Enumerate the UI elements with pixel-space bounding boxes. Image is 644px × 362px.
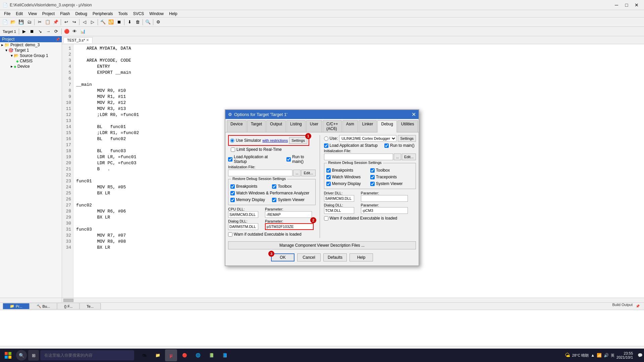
dialog-tab-user[interactable]: User — [306, 120, 322, 132]
stop-build-button[interactable]: ⏹ — [115, 18, 123, 26]
init-browse-right-button[interactable]: ... — [394, 154, 401, 160]
use-settings-button[interactable]: Settings — [398, 135, 416, 142]
init-edit-left-button[interactable]: Edit... — [301, 170, 315, 176]
dialog-tab-linker[interactable]: Linker — [359, 120, 377, 132]
menu-help[interactable]: Help — [166, 11, 180, 17]
sidebar-source-group[interactable]: ▾ 📂 Source Group 1 — [0, 53, 62, 58]
defaults-button[interactable]: Defaults — [323, 253, 347, 261]
menu-peripherals[interactable]: Peripherals — [90, 11, 116, 17]
breakpoints-right-cb[interactable] — [326, 168, 331, 173]
memory-button[interactable]: 📊 — [79, 28, 87, 35]
driver-param-input[interactable] — [361, 195, 408, 202]
menu-tools[interactable]: Tools — [116, 11, 130, 17]
debug-step-over-button[interactable]: → — [45, 28, 52, 35]
dialog-tab-output[interactable]: Output — [266, 120, 286, 132]
menu-window[interactable]: Window — [147, 11, 166, 17]
dialog-dll-left-input[interactable] — [228, 223, 258, 230]
cancel-button[interactable]: Cancel — [297, 253, 321, 261]
tracepoints-right-cb[interactable] — [370, 175, 375, 179]
download-button[interactable]: ⬇ — [126, 18, 133, 26]
minimize-button[interactable]: ─ — [612, 1, 621, 9]
wifi-icon[interactable]: ▲ — [591, 353, 595, 358]
watch-windows-left-cb[interactable] — [230, 191, 235, 195]
use-dropdown[interactable]: ULINK2/ME Cortex Debugger — [339, 135, 396, 142]
system-viewer-left-cb[interactable] — [272, 198, 276, 202]
dialog-tab-asm[interactable]: Asm — [342, 120, 358, 132]
dialog-close-button[interactable]: ✕ — [412, 111, 416, 118]
copy-button[interactable]: 📋 — [44, 18, 51, 26]
taskbar-search-input[interactable] — [40, 350, 134, 360]
save-button[interactable]: 💾 — [17, 18, 25, 26]
dialog-tab-device[interactable]: Device — [227, 120, 247, 132]
simulator-settings-button[interactable]: Settings — [289, 137, 307, 144]
menu-view[interactable]: View — [25, 11, 40, 17]
undo-button[interactable]: ↩ — [62, 18, 70, 26]
run-to-main-right-cb[interactable] — [384, 143, 389, 148]
paste-button[interactable]: 📌 — [52, 18, 59, 26]
dialog-param-right-input[interactable] — [361, 207, 408, 214]
dialog-tab-listing[interactable]: Listing — [286, 120, 306, 132]
cut-button[interactable]: ✂ — [36, 18, 43, 26]
language-label[interactable]: 英 — [611, 353, 614, 358]
taskbar-app-edge[interactable]: 🌐 — [192, 349, 204, 361]
start-button[interactable] — [1, 349, 15, 361]
sidebar-pin-icon[interactable]: 📌 — [56, 38, 60, 41]
sidebar-cmsis[interactable]: ◆ CMSIS — [0, 58, 62, 64]
dialog-dll-right-input[interactable] — [324, 207, 354, 214]
run-to-main-left-checkbox[interactable] — [286, 157, 291, 162]
init-edit-right-button[interactable]: Edit... — [402, 154, 416, 160]
bottom-tab-build[interactable]: 🔨 Bu... — [30, 303, 57, 309]
memory-right-cb[interactable] — [326, 182, 331, 186]
taskbar-app-keil[interactable]: μ — [165, 349, 177, 361]
scrollbar-thumb[interactable] — [63, 299, 73, 302]
maximize-button[interactable]: □ — [622, 1, 631, 9]
init-browse-left-button[interactable]: ... — [293, 170, 301, 176]
debug-step-button[interactable]: ↘ — [37, 28, 44, 35]
bottom-tab-project[interactable]: 📁 Pr... — [3, 303, 30, 309]
code-tab-close-icon[interactable]: ✕ — [86, 38, 89, 42]
dialog-tab-cpp[interactable]: C/C++ (AC6) — [323, 120, 342, 132]
sidebar-device[interactable]: ▸ ◆ Device — [0, 64, 62, 69]
debug-start-button[interactable]: ▶ — [20, 28, 28, 35]
search-button[interactable]: 🔍 — [144, 18, 152, 26]
dialog-tab-debug[interactable]: Debug — [377, 120, 396, 132]
build-pin-button[interactable]: 📌 — [634, 303, 641, 310]
nav-prev-button[interactable]: ◁ — [81, 18, 88, 26]
sidebar-project-root[interactable]: ▸ 📁 Project: demo_3 — [0, 42, 62, 48]
simulator-radio[interactable] — [230, 138, 234, 143]
options-button[interactable]: ⚙ — [155, 18, 162, 26]
help-button[interactable]: Help — [350, 253, 373, 261]
network-icon[interactable]: 📶 — [597, 353, 602, 358]
rebuild-button[interactable]: 🔁 — [107, 18, 115, 26]
taskbar-app-green[interactable]: 📗 — [205, 349, 217, 361]
dialog-param-left-input[interactable] — [265, 223, 314, 230]
menu-project[interactable]: Project — [40, 11, 57, 17]
horizontal-scrollbar[interactable] — [0, 298, 644, 302]
menu-svcs[interactable]: SVCS — [130, 11, 147, 17]
with-restrictions-link[interactable]: with restrictions — [262, 138, 288, 142]
warn-right-checkbox[interactable] — [324, 216, 328, 221]
task-view-button[interactable]: ⊞ — [28, 350, 39, 361]
dialog-tab-target[interactable]: Target — [247, 120, 266, 132]
taskbar-clock[interactable]: 23:55 2021/10/1 — [616, 351, 633, 359]
dialog-tab-utilities[interactable]: Utilities — [397, 120, 418, 132]
notification-icon[interactable]: 💬 — [638, 353, 643, 358]
breakpoints-left-cb[interactable] — [230, 184, 235, 189]
cpu-param-input[interactable] — [265, 211, 312, 218]
save-all-button[interactable]: 🗂 — [25, 18, 33, 26]
taskbar-app-store[interactable]: 🛍 — [138, 349, 150, 361]
bottom-tab-functions[interactable]: {} F... — [57, 303, 79, 309]
breakpoint-button[interactable]: 🔴 — [63, 28, 70, 35]
debug-stop-button[interactable]: ⏹ — [29, 28, 36, 35]
init-file-right-input[interactable] — [324, 154, 393, 160]
menu-file[interactable]: File — [1, 11, 13, 17]
manage-component-button[interactable]: Manage Component Viewer Description File… — [228, 241, 416, 249]
debug-reset-button[interactable]: ⟳ — [53, 28, 60, 35]
cpu-dll-input[interactable] — [228, 211, 258, 218]
memory-left-cb[interactable] — [230, 198, 235, 202]
load-app-right-cb[interactable] — [324, 143, 328, 148]
menu-debug[interactable]: Debug — [73, 11, 90, 17]
sidebar-target-1[interactable]: ▾ 🎯 Target 1 — [0, 48, 62, 53]
watch-windows-right-cb[interactable] — [326, 175, 331, 179]
toolbox-right-cb[interactable] — [370, 168, 375, 173]
